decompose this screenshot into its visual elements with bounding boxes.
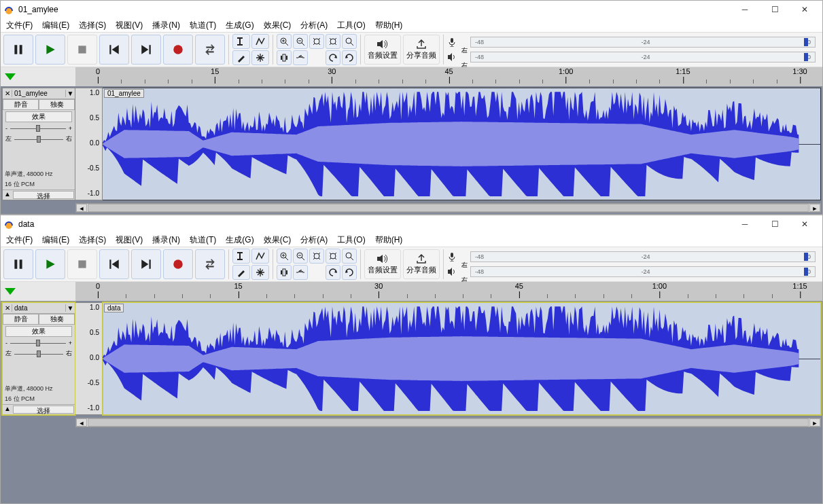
menu-file[interactable]: 文件(F) — [6, 20, 33, 31]
maximize-button[interactable]: ☐ — [760, 215, 790, 233]
multi-tool-button[interactable] — [251, 50, 269, 65]
fit-selection-button[interactable] — [309, 34, 324, 49]
menu-select[interactable]: 选择(S) — [79, 20, 106, 31]
playhead-icon[interactable] — [5, 288, 16, 295]
menu-generate[interactable]: 生成(G) — [226, 234, 253, 246]
undo-button[interactable] — [326, 265, 340, 280]
menu-analyze[interactable]: 分析(A) — [300, 234, 328, 246]
track-menu-button[interactable]: ▼ — [65, 90, 75, 97]
scroll-right-button[interactable]: ► — [809, 418, 820, 427]
silence-button[interactable] — [293, 50, 308, 65]
playback-meter[interactable]: -48-240 — [470, 52, 816, 62]
solo-button[interactable]: 独奏 — [39, 314, 75, 325]
minimize-button[interactable]: ─ — [730, 1, 760, 18]
record-meter[interactable]: -48-240 — [470, 37, 816, 48]
clip-name[interactable]: 01_amylee — [104, 89, 144, 98]
maximize-button[interactable]: ☐ — [760, 1, 790, 18]
menu-transport[interactable]: 播录(N) — [152, 20, 180, 31]
envelope-tool-button[interactable] — [251, 249, 269, 264]
play-button[interactable] — [35, 249, 65, 279]
trim-button[interactable] — [277, 265, 292, 280]
gain-slider[interactable] — [10, 340, 66, 346]
mute-button[interactable]: 静音 — [3, 314, 39, 325]
gain-slider[interactable] — [10, 125, 66, 132]
redo-button[interactable] — [342, 265, 357, 280]
multi-tool-button[interactable] — [251, 265, 269, 280]
menu-help[interactable]: 帮助(H) — [375, 234, 403, 246]
record-button[interactable] — [163, 249, 193, 279]
stop-button[interactable] — [67, 35, 97, 65]
selection-tool-button[interactable] — [232, 34, 250, 49]
playhead-icon[interactable] — [5, 73, 16, 80]
draw-tool-button[interactable] — [232, 50, 250, 65]
share-audio-button[interactable]: 分享音频 — [403, 35, 440, 65]
skip-end-button[interactable] — [131, 35, 161, 65]
redo-button[interactable] — [342, 50, 357, 65]
collapse-button[interactable]: ▲ — [3, 405, 12, 414]
fit-project-button[interactable] — [326, 34, 340, 49]
menu-tracks[interactable]: 轨道(T) — [190, 20, 216, 31]
solo-button[interactable]: 独奏 — [39, 99, 75, 110]
timeline[interactable]: 01530451:001:15 — [1, 282, 822, 301]
collapse-button[interactable]: ▲ — [3, 190, 12, 200]
playback-meter[interactable]: -48-240 — [470, 266, 816, 277]
zoom-in-button[interactable] — [277, 34, 292, 49]
menu-file[interactable]: 文件(F) — [6, 234, 33, 246]
zoom-toggle-button[interactable] — [342, 34, 357, 49]
fit-project-button[interactable] — [326, 249, 340, 264]
effects-button[interactable]: 效果 — [5, 326, 72, 337]
menu-edit[interactable]: 编辑(E) — [42, 234, 69, 246]
loop-button[interactable] — [195, 35, 225, 65]
menu-effect[interactable]: 效果(C) — [264, 20, 292, 31]
track-select-button[interactable]: 选择 — [13, 191, 74, 199]
pan-slider[interactable] — [14, 350, 63, 357]
undo-button[interactable] — [326, 50, 340, 65]
minimize-button[interactable]: ─ — [730, 215, 760, 233]
draw-tool-button[interactable] — [232, 265, 250, 280]
menu-select[interactable]: 选择(S) — [79, 234, 106, 246]
track-close-button[interactable]: ✕ — [3, 304, 12, 312]
pan-slider[interactable] — [14, 136, 63, 143]
menu-help[interactable]: 帮助(H) — [375, 20, 403, 31]
record-button[interactable] — [163, 35, 193, 65]
audio-setup-button[interactable]: 音频设置 — [364, 249, 401, 279]
zoom-toggle-button[interactable] — [342, 249, 357, 264]
scroll-left-button[interactable]: ◄ — [76, 204, 87, 212]
menu-tools[interactable]: 工具(O) — [337, 234, 365, 246]
zoom-in-button[interactable] — [277, 249, 292, 264]
mute-button[interactable]: 静音 — [3, 99, 39, 110]
loop-button[interactable] — [195, 249, 225, 279]
menu-analyze[interactable]: 分析(A) — [300, 20, 328, 31]
record-meter[interactable]: -48-240 — [470, 251, 816, 262]
share-audio-button[interactable]: 分享音频 — [403, 249, 440, 279]
zoom-out-button[interactable] — [293, 34, 308, 49]
close-button[interactable]: ✕ — [790, 215, 820, 233]
skip-start-button[interactable] — [99, 35, 129, 65]
menu-edit[interactable]: 编辑(E) — [42, 20, 69, 31]
track-close-button[interactable]: ✕ — [3, 90, 12, 97]
skip-end-button[interactable] — [131, 249, 161, 279]
effects-button[interactable]: 效果 — [5, 111, 72, 122]
menu-tracks[interactable]: 轨道(T) — [190, 234, 216, 246]
fit-selection-button[interactable] — [309, 249, 324, 264]
trim-button[interactable] — [277, 50, 292, 65]
clip-name[interactable]: data — [104, 304, 124, 312]
menu-effect[interactable]: 效果(C) — [264, 234, 292, 246]
pause-button[interactable] — [3, 35, 33, 65]
menu-generate[interactable]: 生成(G) — [226, 20, 253, 31]
envelope-tool-button[interactable] — [251, 34, 269, 49]
selection-tool-button[interactable] — [232, 249, 250, 264]
silence-button[interactable] — [293, 265, 308, 280]
scroll-left-button[interactable]: ◄ — [76, 418, 87, 427]
pause-button[interactable] — [3, 249, 33, 279]
timeline[interactable]: 01530451:001:151:30 — [1, 67, 822, 86]
scroll-right-button[interactable]: ► — [809, 204, 820, 212]
time-ruler[interactable]: 01530451:001:15 — [75, 282, 822, 301]
track-select-button[interactable]: 选择 — [13, 406, 74, 414]
h-scrollbar[interactable]: ◄► — [75, 418, 821, 427]
audio-setup-button[interactable]: 音频设置 — [364, 35, 401, 65]
h-scrollbar[interactable]: ◄► — [75, 203, 821, 213]
waveform-view[interactable]: data — [103, 302, 821, 415]
menu-view[interactable]: 视图(V) — [116, 234, 143, 246]
menu-transport[interactable]: 播录(N) — [152, 234, 180, 246]
